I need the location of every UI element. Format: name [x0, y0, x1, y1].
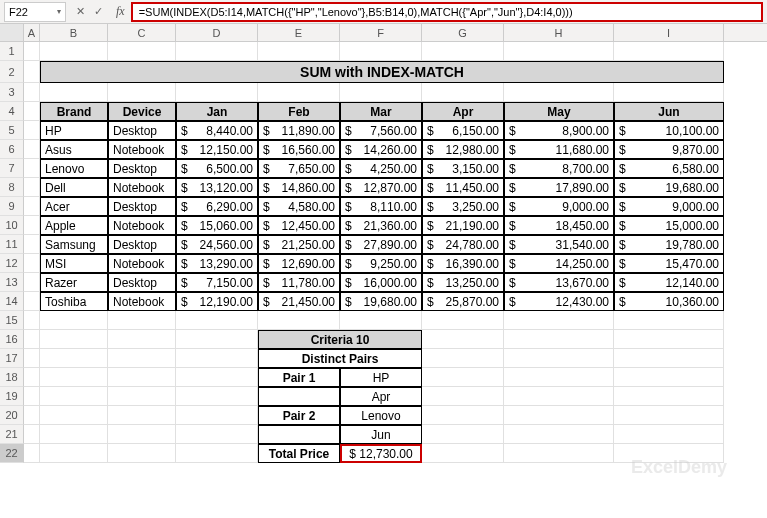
- header-may[interactable]: May: [504, 102, 614, 121]
- row-header[interactable]: 22: [0, 444, 24, 463]
- money-cell[interactable]: $24,780.00: [422, 235, 504, 254]
- cell[interactable]: [614, 311, 724, 330]
- money-cell[interactable]: $27,890.00: [340, 235, 422, 254]
- chevron-down-icon[interactable]: ▾: [57, 7, 61, 16]
- header-mar[interactable]: Mar: [340, 102, 422, 121]
- money-cell[interactable]: $12,140.00: [614, 273, 724, 292]
- device-cell[interactable]: Desktop: [108, 273, 176, 292]
- header-jun[interactable]: Jun: [614, 102, 724, 121]
- device-cell[interactable]: Desktop: [108, 197, 176, 216]
- cell[interactable]: [614, 368, 724, 387]
- money-cell[interactable]: $25,870.00: [422, 292, 504, 311]
- cell[interactable]: [614, 83, 724, 102]
- money-cell[interactable]: $6,150.00: [422, 121, 504, 140]
- col-header-f[interactable]: F: [340, 24, 422, 41]
- cell[interactable]: [176, 311, 258, 330]
- money-cell[interactable]: $12,190.00: [176, 292, 258, 311]
- money-cell[interactable]: $12,980.00: [422, 140, 504, 159]
- money-cell[interactable]: $9,250.00: [340, 254, 422, 273]
- row-header[interactable]: 5: [0, 121, 24, 140]
- row-header[interactable]: 8: [0, 178, 24, 197]
- cell[interactable]: [40, 311, 108, 330]
- cell[interactable]: [258, 83, 340, 102]
- money-cell[interactable]: $12,870.00: [340, 178, 422, 197]
- criteria-right[interactable]: Lenovo: [340, 406, 422, 425]
- device-cell[interactable]: Desktop: [108, 159, 176, 178]
- row-header[interactable]: 19: [0, 387, 24, 406]
- cell[interactable]: [108, 330, 176, 349]
- cell[interactable]: [24, 406, 40, 425]
- brand-cell[interactable]: Apple: [40, 216, 108, 235]
- money-cell[interactable]: $24,560.00: [176, 235, 258, 254]
- money-cell[interactable]: $8,440.00: [176, 121, 258, 140]
- money-cell[interactable]: $9,000.00: [614, 197, 724, 216]
- money-cell[interactable]: $15,000.00: [614, 216, 724, 235]
- cell[interactable]: [108, 83, 176, 102]
- cell[interactable]: [108, 444, 176, 463]
- brand-cell[interactable]: Asus: [40, 140, 108, 159]
- cell[interactable]: [108, 349, 176, 368]
- money-cell[interactable]: $14,260.00: [340, 140, 422, 159]
- money-cell[interactable]: $7,650.00: [258, 159, 340, 178]
- money-cell[interactable]: $9,000.00: [504, 197, 614, 216]
- money-cell[interactable]: $12,690.00: [258, 254, 340, 273]
- cell[interactable]: [504, 83, 614, 102]
- cell[interactable]: [24, 216, 40, 235]
- cell[interactable]: [176, 42, 258, 61]
- cell[interactable]: [176, 387, 258, 406]
- money-cell[interactable]: $17,890.00: [504, 178, 614, 197]
- cell[interactable]: [176, 368, 258, 387]
- cancel-icon[interactable]: ✕: [72, 4, 88, 20]
- row-header[interactable]: 10: [0, 216, 24, 235]
- money-cell[interactable]: $14,860.00: [258, 178, 340, 197]
- cell[interactable]: [24, 102, 40, 121]
- select-all-corner[interactable]: [0, 24, 24, 41]
- money-cell[interactable]: $10,100.00: [614, 121, 724, 140]
- money-cell[interactable]: $3,250.00: [422, 197, 504, 216]
- cell[interactable]: [40, 330, 108, 349]
- device-cell[interactable]: Notebook: [108, 216, 176, 235]
- row-header[interactable]: 15: [0, 311, 24, 330]
- brand-cell[interactable]: Acer: [40, 197, 108, 216]
- money-cell[interactable]: $3,150.00: [422, 159, 504, 178]
- header-jan[interactable]: Jan: [176, 102, 258, 121]
- cell[interactable]: [24, 444, 40, 463]
- device-cell[interactable]: Notebook: [108, 292, 176, 311]
- cell[interactable]: [422, 406, 504, 425]
- row-header[interactable]: 1: [0, 42, 24, 61]
- cell[interactable]: [108, 311, 176, 330]
- cell[interactable]: [176, 83, 258, 102]
- brand-cell[interactable]: Razer: [40, 273, 108, 292]
- col-header-d[interactable]: D: [176, 24, 258, 41]
- cell[interactable]: [40, 83, 108, 102]
- row-header[interactable]: 20: [0, 406, 24, 425]
- money-cell[interactable]: $11,780.00: [258, 273, 340, 292]
- cell[interactable]: [614, 42, 724, 61]
- cell[interactable]: [422, 330, 504, 349]
- money-cell[interactable]: $4,250.00: [340, 159, 422, 178]
- cell[interactable]: [504, 330, 614, 349]
- cell[interactable]: [24, 42, 40, 61]
- row-header[interactable]: 16: [0, 330, 24, 349]
- money-cell[interactable]: $10,360.00: [614, 292, 724, 311]
- cell[interactable]: [176, 425, 258, 444]
- cell[interactable]: [176, 406, 258, 425]
- money-cell[interactable]: $21,450.00: [258, 292, 340, 311]
- row-header[interactable]: 17: [0, 349, 24, 368]
- money-cell[interactable]: $13,250.00: [422, 273, 504, 292]
- cell[interactable]: [504, 444, 614, 463]
- criteria-left[interactable]: Pair 1: [258, 368, 340, 387]
- cell[interactable]: [108, 42, 176, 61]
- check-icon[interactable]: ✓: [90, 4, 106, 20]
- col-header-h[interactable]: H: [504, 24, 614, 41]
- money-cell[interactable]: $11,450.00: [422, 178, 504, 197]
- cell[interactable]: [614, 349, 724, 368]
- device-cell[interactable]: Notebook: [108, 140, 176, 159]
- money-cell[interactable]: $16,390.00: [422, 254, 504, 273]
- money-cell[interactable]: $13,670.00: [504, 273, 614, 292]
- row-header[interactable]: 4: [0, 102, 24, 121]
- cell[interactable]: [258, 311, 340, 330]
- col-header-a[interactable]: A: [24, 24, 40, 41]
- col-header-e[interactable]: E: [258, 24, 340, 41]
- brand-cell[interactable]: Samsung: [40, 235, 108, 254]
